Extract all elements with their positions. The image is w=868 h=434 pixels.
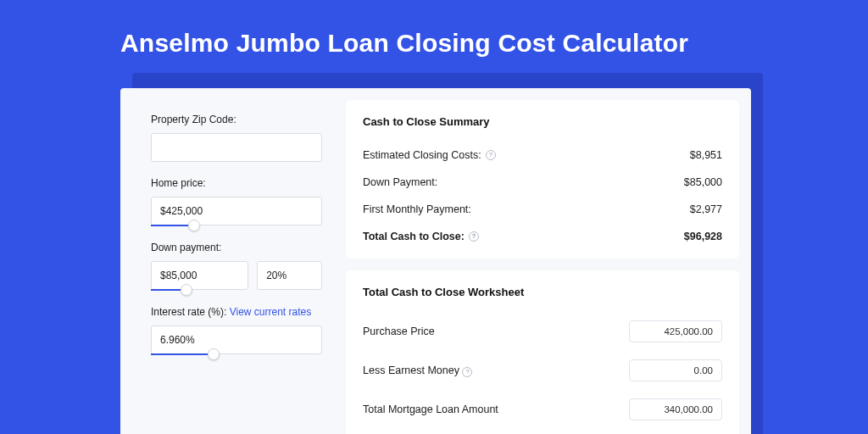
interest-rate-slider-fill <box>151 353 208 355</box>
summary-row-first-payment: First Monthly Payment: $2,977 <box>363 196 722 223</box>
home-price-label: Home price: <box>151 177 322 189</box>
interest-rate-label: Interest rate (%): View current rates <box>151 306 322 318</box>
summary-down-payment-label: Down Payment: <box>363 176 437 188</box>
help-icon[interactable]: ? <box>462 367 472 377</box>
worksheet-row-purchase: Purchase Price <box>363 312 722 351</box>
summary-down-payment-value: $85,000 <box>684 176 722 188</box>
page-title: Anselmo Jumbo Loan Closing Cost Calculat… <box>120 29 688 58</box>
home-price-slider-fill <box>151 225 188 226</box>
interest-rate-input[interactable] <box>151 326 322 354</box>
help-icon[interactable]: ? <box>469 231 479 242</box>
interest-rate-slider-thumb[interactable] <box>208 348 220 360</box>
down-payment-slider-fill <box>151 289 181 291</box>
summary-title: Cash to Close Summary <box>363 115 722 128</box>
worksheet-title: Total Cash to Close Worksheet <box>363 286 722 298</box>
down-payment-field: Down payment: <box>151 242 322 291</box>
down-payment-input[interactable] <box>151 261 248 290</box>
view-current-rates-link[interactable]: View current rates <box>230 306 312 318</box>
down-payment-label: Down payment: <box>151 242 322 253</box>
summary-card: Cash to Close Summary Estimated Closing … <box>346 100 739 259</box>
zip-input[interactable] <box>151 133 322 162</box>
down-payment-slider-thumb[interactable] <box>181 284 192 296</box>
worksheet-row-earnest: Less Earnest Money ? <box>363 351 722 390</box>
worksheet-earnest-label: Less Earnest Money <box>363 364 459 376</box>
summary-total-value: $96,928 <box>684 231 722 242</box>
down-payment-pct-input[interactable] <box>257 261 322 290</box>
summary-row-closing-costs: Estimated Closing Costs: ? $8,951 <box>363 142 722 169</box>
interest-rate-field: Interest rate (%): View current rates <box>151 306 322 355</box>
zip-label: Property Zip Code: <box>151 114 322 125</box>
worksheet-purchase-label: Purchase Price <box>363 326 435 337</box>
worksheet-row-second: Total Second Mortgage Amount ? <box>363 429 722 434</box>
home-price-slider[interactable] <box>151 225 322 226</box>
help-icon[interactable]: ? <box>486 150 496 160</box>
worksheet-loan-amount-label: Total Mortgage Loan Amount <box>363 403 498 415</box>
summary-row-down-payment: Down Payment: $85,000 <box>363 169 722 196</box>
results-panel: Cash to Close Summary Estimated Closing … <box>341 88 751 434</box>
calculator-surface: Property Zip Code: Home price: Down paym… <box>120 88 751 434</box>
summary-row-total: Total Cash to Close: ? $96,928 <box>363 223 722 250</box>
summary-first-payment-label: First Monthly Payment: <box>363 203 471 215</box>
home-price-field: Home price: <box>151 177 322 226</box>
interest-rate-slider[interactable] <box>151 353 322 355</box>
home-price-input[interactable] <box>151 197 322 225</box>
worksheet-loan-amount-input[interactable] <box>629 398 722 420</box>
worksheet-earnest-input[interactable] <box>629 359 722 381</box>
down-payment-slider[interactable] <box>151 289 257 291</box>
summary-closing-costs-value: $8,951 <box>690 149 722 161</box>
worksheet-card: Total Cash to Close Worksheet Purchase P… <box>346 270 739 434</box>
summary-closing-costs-label: Estimated Closing Costs: <box>363 149 481 161</box>
worksheet-row-loan-amount: Total Mortgage Loan Amount <box>363 390 722 429</box>
home-price-slider-thumb[interactable] <box>188 220 200 231</box>
interest-rate-label-text: Interest rate (%): <box>151 306 230 318</box>
worksheet-purchase-input[interactable] <box>629 320 722 342</box>
zip-field: Property Zip Code: <box>151 114 322 162</box>
summary-first-payment-value: $2,977 <box>690 203 722 215</box>
summary-total-label: Total Cash to Close: <box>363 231 465 242</box>
inputs-panel: Property Zip Code: Home price: Down paym… <box>120 88 341 434</box>
